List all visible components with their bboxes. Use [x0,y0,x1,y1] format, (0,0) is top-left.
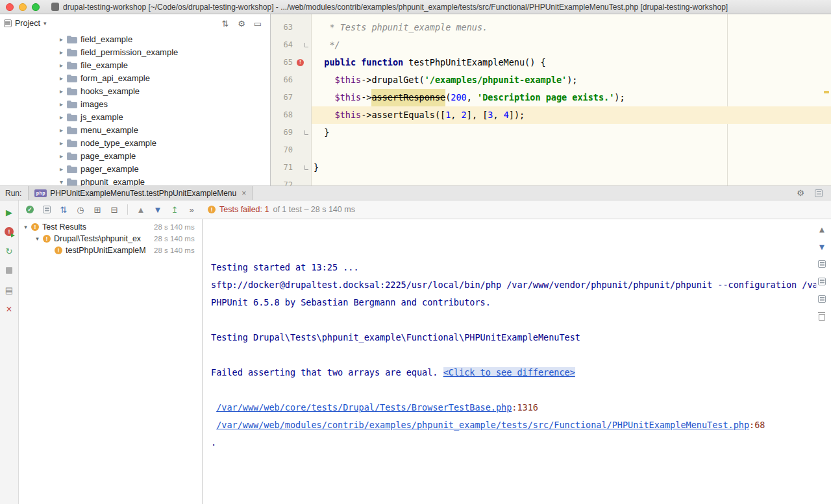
run-label: Run: [0,186,28,200]
chevron-right-icon[interactable]: ▸ [57,36,66,43]
project-tree-item[interactable]: ▸file_example [0,58,270,71]
chevron-right-icon[interactable]: ▸ [57,165,66,173]
scroll-to-end-button[interactable] [816,293,828,305]
editor-lines: 63 * Tests phpunit_example menus.64 */65… [271,19,831,186]
line-number: 65 [271,54,294,71]
run-settings-gear-button[interactable]: ⚙ [795,187,806,199]
settings-gear-button[interactable]: ⚙ [236,18,247,29]
run-tab[interactable]: php PHPUnitExampleMenuTest.testPhpUnitEx… [28,186,253,200]
console-line: /var/www/web/core/tests/Drupal/Tests/Bro… [211,399,831,416]
code-text[interactable] [312,141,831,159]
chevron-right-icon[interactable]: ▸ [57,62,66,69]
project-tree-item[interactable]: ▸menu_example [0,123,270,136]
view-difference-link[interactable]: <Click to see difference> [443,367,575,378]
sort-alphabetically-button[interactable]: ⇅ [58,204,69,215]
toggle-auto-test-button[interactable]: ↻ [3,245,15,257]
editor[interactable]: 63 * Tests phpunit_example menus.64 */65… [271,14,831,186]
more-options-button[interactable]: » [186,204,197,215]
project-tree-item[interactable]: ▸node_type_example [0,136,270,149]
stop-button[interactable] [3,265,15,276]
expand-all-button[interactable]: ⊞ [92,204,103,215]
warning-stripe-mark[interactable] [824,91,829,93]
project-tree-item[interactable]: ▸page_example [0,149,270,162]
code-text[interactable]: $this->drupalGet('/examples/phpunit-exam… [312,71,831,89]
line-number: 64 [271,36,294,54]
console-file-link[interactable]: /var/www/web/core/tests/Drupal/Tests/Bro… [216,402,512,413]
restore-layout-button[interactable]: ▤ [3,284,15,296]
project-tree-item[interactable]: ▸field_permission_example [0,45,270,58]
chevron-down-icon[interactable]: ▾ [21,224,30,230]
test-tree-row[interactable]: ▾!Drupal\Tests\phpunit_ex28 s 140 ms [19,233,202,245]
show-ignored-button[interactable] [41,204,53,215]
minimize-window-button[interactable] [19,3,27,11]
test-tree-row[interactable]: ▾!Test Results28 s 140 ms [19,221,202,233]
project-tree-item[interactable]: ▾phpunit_example [0,175,270,186]
console-file-link[interactable]: /var/www/web/modules/contrib/examples/ph… [216,420,749,430]
zoom-window-button[interactable] [32,3,40,11]
chevron-right-icon[interactable]: ▸ [57,75,66,82]
chevron-down-icon[interactable]: ▾ [57,178,66,186]
project-tree-item[interactable]: ▸pager_example [0,162,270,175]
chevron-down-icon[interactable]: ▾ [43,20,47,27]
chevron-down-icon[interactable]: ▾ [33,235,42,242]
rerun-failed-tests-button[interactable]: ! [3,226,15,237]
project-tree-item[interactable]: ▸hooks_example [0,84,270,97]
close-window-button[interactable] [6,3,14,11]
code-text[interactable] [312,176,831,186]
rerun-test-button[interactable]: ▶ [3,206,15,218]
chevron-right-icon[interactable]: ▸ [57,49,66,56]
project-tree-item[interactable]: ▸form_api_example [0,71,270,84]
test-toolbar-icons: ✓⇅◷⊞⊟▲▼↥» [24,204,197,215]
fold-marker-icon[interactable] [304,43,308,47]
code-text[interactable]: public function testPhpUnitExampleMenu()… [312,54,831,71]
code-text[interactable]: $this->assertResponse(200, 'Description … [312,89,831,106]
console-line-ref[interactable]: :1316 [512,402,538,413]
clear-console-button[interactable] [816,311,828,322]
gutter-cell [294,36,312,54]
chevron-right-icon[interactable]: ▸ [57,88,66,95]
code-text[interactable]: * Tests phpunit_example menus. [312,19,831,36]
code-text[interactable]: } [312,124,831,141]
tree-item-label: images [81,99,108,109]
line-number: 68 [271,106,294,124]
line-number: 69 [271,124,294,141]
tests-summary: of 1 test – 28 s 140 ms [273,205,354,214]
previous-failed-test-button[interactable]: ▲ [135,204,147,215]
chevron-right-icon[interactable]: ▸ [57,126,66,134]
sort-by-duration-button[interactable]: ◷ [75,204,86,215]
folder-icon [67,139,77,147]
project-panel-title[interactable]: Project [15,19,40,28]
chevron-right-icon[interactable]: ▸ [57,139,66,147]
folder-icon [67,126,77,134]
project-tree-item[interactable]: ▸field_example [0,32,270,45]
test-tree-row[interactable]: !testPhpUnitExampleM28 s 140 ms [19,245,202,256]
previous-occurrence-button[interactable]: ▲ [816,223,828,235]
expand-collapse-button[interactable]: ⇅ [219,18,231,29]
close-tab-button[interactable]: × [242,189,246,198]
hide-run-panel-button[interactable] [813,187,825,199]
fold-marker-icon[interactable] [304,165,308,170]
close-run-panel-button[interactable]: × [3,304,15,315]
collapse-all-button[interactable]: ⊟ [108,204,120,215]
code-text[interactable]: */ [312,36,831,54]
project-tree-item[interactable]: ▸images [0,97,270,110]
chevron-right-icon[interactable]: ▸ [57,101,66,108]
test-runner-toolbar: ✓⇅◷⊞⊟▲▼↥» ! Tests failed: 1 of 1 test – … [19,200,831,219]
test-history-button[interactable] [816,276,828,287]
show-passed-button[interactable]: ✓ [24,204,36,215]
import-test-results-button[interactable]: ↥ [169,204,180,215]
console-text: Testing started at 13:25 ... [211,262,359,272]
hide-panel-button[interactable]: ▭ [252,18,264,29]
code-text[interactable]: $this->assertEquals([1, 2], [3, 4]); [312,106,831,124]
editor-line: 64 */ [271,36,831,54]
next-occurrence-button[interactable]: ▼ [816,241,828,252]
test-failed-gutter-icon[interactable]: ! [297,59,304,66]
fold-marker-icon[interactable] [304,130,308,135]
chevron-right-icon[interactable]: ▸ [57,114,66,121]
project-tree-item[interactable]: ▸js_example [0,110,270,123]
export-test-results-button[interactable] [816,258,828,270]
chevron-right-icon[interactable]: ▸ [57,152,66,160]
console-line-ref[interactable]: :68 [749,420,765,430]
code-text[interactable]: } [312,159,831,176]
next-failed-test-button[interactable]: ▼ [152,204,164,215]
